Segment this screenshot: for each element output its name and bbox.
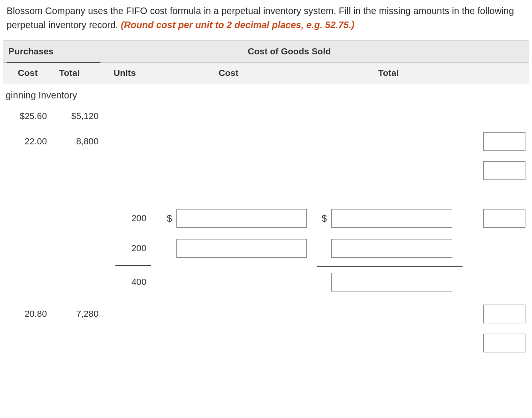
table-row: 200 [3,236,529,261]
header-col-units: Units [106,68,162,78]
header-separator [7,62,100,63]
table-row [3,154,529,187]
total-subtotal-line-wrap [3,266,529,267]
balance-input[interactable] [483,305,525,323]
cogs-total-input[interactable] [331,239,452,258]
dollar-sign: $ [317,213,331,224]
cell-total: 7,280 [54,309,106,319]
header-col-total-cogs: Total [317,68,458,78]
cell-units: 200 [106,243,162,254]
balance-input[interactable] [483,161,525,180]
cell-total: 8,800 [54,136,106,147]
spacer [3,187,529,206]
table-row: 22.00 8,800 [3,129,529,154]
header-col-total-purchases: Total [54,68,106,78]
cell-cost: $25.60 [3,111,54,121]
table-row [3,327,529,359]
instructions-emphasis: (Round cost per unit to 2 decimal places… [121,20,354,30]
dollar-sign: $ [162,213,176,224]
header-col-cost-purchases: Cost [3,68,54,78]
inventory-table: Purchases Cost of Goods Sold Cost Total … [3,40,529,359]
cell-cost: 22.00 [3,136,54,147]
balance-input[interactable] [483,132,525,151]
cell-units-total: 400 [106,277,162,287]
cogs-total-input[interactable] [331,209,452,228]
header-purchases: Purchases [3,41,106,62]
cell-units: 200 [106,213,162,224]
table-body: ginning Inventory $25.60 $5,120 22.00 8,… [3,83,529,359]
cogs-grand-total-input[interactable] [331,273,452,291]
balance-input[interactable] [483,209,525,228]
table-row: 400 [3,269,529,295]
table-row: 20.80 7,280 [3,301,529,327]
header-cogs: Cost of Goods Sold [242,41,336,62]
table-row: $25.60 $5,120 [3,104,529,129]
cell-cost: 20.80 [3,309,54,319]
header-col-cost-cogs: Cost [162,68,317,78]
cogs-cost-input[interactable] [176,209,307,228]
header-row-columns: Cost Total Units Cost Total [3,63,529,83]
balance-input[interactable] [483,334,525,352]
table-row: 200 $ $ [3,206,529,231]
beginning-inventory-label: ginning Inventory [3,87,529,104]
cell-total: $5,120 [54,111,106,121]
header-row-groups: Purchases Cost of Goods Sold [3,40,529,63]
problem-instructions: Blossom Company uses the FIFO cost formu… [0,0,532,40]
total-subtotal-line [317,266,463,267]
cogs-cost-input[interactable] [176,239,307,258]
